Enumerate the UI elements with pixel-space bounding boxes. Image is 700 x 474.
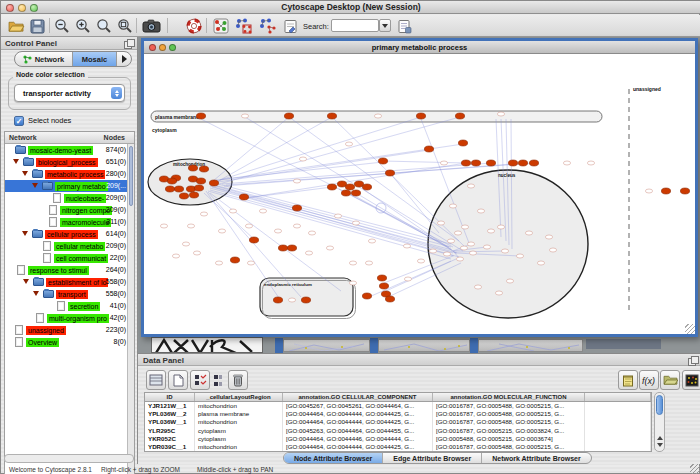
network-node-small[interactable] <box>449 204 456 208</box>
network-node-small[interactable] <box>477 209 484 213</box>
network-node-small[interactable] <box>404 277 411 281</box>
snapshot-button[interactable] <box>140 17 162 35</box>
tree-row[interactable]: macromolecule311(0) <box>5 216 129 228</box>
search-index-button[interactable] <box>395 17 414 35</box>
network-node[interactable] <box>209 180 218 186</box>
tab-overflow-button[interactable] <box>117 52 131 66</box>
network-node[interactable] <box>529 160 538 166</box>
table-row[interactable]: YJR121W__1mitochondrion[GO:0045267, GO:0… <box>145 402 651 410</box>
tree-row[interactable]: response to stimul264(0) <box>5 264 129 276</box>
tree-row[interactable]: nucleobase-209(0) <box>5 192 129 204</box>
tab-network[interactable]: Network <box>15 52 73 66</box>
network-node-small[interactable] <box>352 221 359 225</box>
select-attributes-button[interactable] <box>146 370 166 390</box>
attribute-matrix-dark-button[interactable] <box>682 370 700 390</box>
table-column-header[interactable]: annotation.GO CELLULAR_COMPONENT <box>283 393 433 401</box>
network-node[interactable] <box>301 297 310 303</box>
network-node-small[interactable] <box>403 244 410 248</box>
network-node[interactable] <box>461 160 470 166</box>
network-node[interactable] <box>362 293 371 299</box>
network-node-small[interactable] <box>349 281 356 285</box>
network-node-small[interactable] <box>545 235 552 239</box>
tab-mosaic[interactable]: Mosaic <box>73 52 117 66</box>
tree-row[interactable]: establishment of lo558(0) <box>5 276 129 288</box>
tree-row[interactable]: primary metabo209(... <box>5 180 129 192</box>
network-node-small[interactable] <box>334 214 341 218</box>
network-node-small[interactable] <box>274 229 281 233</box>
tree-row[interactable]: secretion41(0) <box>5 300 129 312</box>
background-window-titlebar[interactable] <box>378 339 470 352</box>
network-node-small[interactable] <box>454 231 461 235</box>
network-node-small[interactable] <box>467 242 474 246</box>
network-node-small[interactable] <box>172 254 179 258</box>
network-node-small[interactable] <box>456 257 463 261</box>
select-nodes-checkbox[interactable]: ✓ <box>14 116 24 126</box>
network-node-small[interactable] <box>460 246 467 250</box>
network-node[interactable] <box>486 160 495 166</box>
network-node-small[interactable] <box>293 179 300 183</box>
network-node-small[interactable] <box>437 221 444 225</box>
network-node[interactable] <box>379 283 388 289</box>
network-node-small[interactable] <box>200 212 207 216</box>
network-node-small[interactable] <box>229 209 236 213</box>
tree-row[interactable]: transport558(0) <box>5 288 129 300</box>
expand-arrow-icon[interactable] <box>33 291 39 296</box>
network-node-small[interactable] <box>501 249 508 253</box>
network-node-small[interactable] <box>497 112 504 116</box>
zoom-in-button[interactable] <box>73 17 92 35</box>
save-session-button[interactable] <box>28 17 47 35</box>
network-node[interactable] <box>680 188 689 194</box>
tree-row[interactable]: nitrogen compo209(0) <box>5 204 129 216</box>
network-node[interactable] <box>385 296 394 302</box>
background-window-edge[interactable] <box>470 338 478 353</box>
delete-attributes-button[interactable] <box>190 370 210 390</box>
network-node-small[interactable] <box>440 161 447 165</box>
table-column-header[interactable]: ID <box>145 393 195 401</box>
network-node[interactable] <box>508 160 517 166</box>
attribute-table-header[interactable]: ID_cellularLayoutRegionannotation.GO CEL… <box>144 392 652 402</box>
network-node[interactable] <box>167 178 176 184</box>
frame-resize-grip[interactable] <box>685 324 695 334</box>
table-column-header[interactable]: _cellularLayoutRegion <box>195 393 283 401</box>
network-node-small[interactable] <box>374 114 381 118</box>
network-node[interactable] <box>455 113 464 119</box>
network-node-small[interactable] <box>215 261 222 265</box>
tree-scrollbar-thumb[interactable] <box>129 146 133 206</box>
network-node-small[interactable] <box>447 239 454 243</box>
table-scrollbar[interactable] <box>654 392 665 452</box>
tab-node-attribute-browser[interactable]: Node Attribute Browser <box>284 453 383 463</box>
node-color-dropdown[interactable]: transporter activity <box>14 84 125 102</box>
network-node[interactable] <box>341 190 350 196</box>
network-node-small[interactable] <box>429 249 436 253</box>
network-node-small[interactable] <box>182 242 189 246</box>
network-node-small[interactable] <box>525 231 532 235</box>
network-node-small[interactable] <box>241 114 248 118</box>
network-node-small[interactable] <box>495 291 502 295</box>
network-node[interactable] <box>287 245 296 251</box>
zoom-out-button[interactable] <box>52 17 71 35</box>
expand-arrow-icon[interactable] <box>23 279 29 284</box>
network-node-small[interactable] <box>443 252 450 256</box>
tree-row[interactable]: metabolic process280(0) <box>5 168 129 180</box>
network-node[interactable] <box>284 113 293 119</box>
network-node-small[interactable] <box>469 251 476 255</box>
background-window-edge[interactable] <box>370 338 378 353</box>
network-node[interactable] <box>362 184 371 190</box>
import-attributes-button[interactable] <box>660 370 680 390</box>
network-node[interactable] <box>239 194 248 200</box>
network-node-small[interactable] <box>305 251 312 255</box>
table-row[interactable]: YPL036W__1mitochondrion[GO:0044464, GO:0… <box>145 418 651 426</box>
network-node-small[interactable] <box>308 231 315 235</box>
network-node[interactable] <box>249 237 258 243</box>
tab-edge-attribute-browser[interactable]: Edge Attribute Browser <box>383 453 482 463</box>
tree-row[interactable]: unassigned223(0) <box>5 324 129 336</box>
network-node-small[interactable] <box>506 279 513 283</box>
network-node[interactable] <box>377 275 386 281</box>
table-column-header[interactable] <box>585 393 651 401</box>
open-file-button[interactable] <box>7 17 26 35</box>
network-node[interactable] <box>292 205 301 211</box>
formula-builder-button[interactable]: f(x) <box>639 370 659 390</box>
network-node-small[interactable] <box>563 161 570 165</box>
network-node-small[interactable] <box>549 248 556 252</box>
expand-arrow-icon[interactable] <box>32 183 38 188</box>
